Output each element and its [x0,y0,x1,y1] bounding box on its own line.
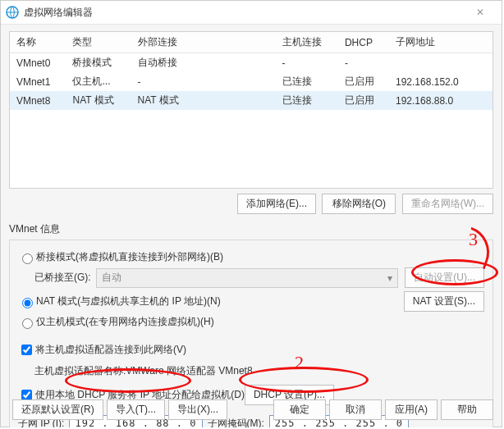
apply-button[interactable]: 应用(A) [385,399,438,420]
titlebar: 虚拟网络编辑器 ✕ [1,1,502,25]
col-name[interactable]: 名称 [10,32,66,53]
radio-bridge-label: 桥接模式(将虚拟机直接连接到外部网络)(B) [36,250,223,264]
adapter-name-label: 主机虚拟适配器名称: [34,364,126,378]
footer: 还原默认设置(R) 导入(T)... 导出(X)... 确定 取消 应用(A) … [1,393,502,427]
network-buttons: 添加网络(E)... 移除网络(O) 重命名网络(W)... [9,194,493,214]
remove-network-button[interactable]: 移除网络(O) [322,194,396,214]
table-header: 名称 类型 外部连接 主机连接 DHCP 子网地址 [10,32,493,53]
host-adapter-name-row: 主机虚拟适配器名称: VMWare 网络适配器 VMnet8 [34,364,484,378]
bridge-select: 自动▾ [96,268,399,288]
radio-bridge[interactable] [22,253,33,264]
add-network-button[interactable]: 添加网络(E)... [237,194,316,214]
globe-icon [6,6,19,19]
table-row[interactable]: VMnet8NAT 模式NAT 模式已连接已启用192.168.88.0 [10,91,493,110]
content: 名称 类型 外部连接 主机连接 DHCP 子网地址 VMnet0桥接模式自动桥接… [1,25,502,427]
window-title: 虚拟网络编辑器 [24,1,464,24]
radio-nat[interactable] [22,298,33,308]
window: 虚拟网络编辑器 ✕ 名称 类型 外部连接 主机连接 DHCP 子网地址 VMne… [0,0,502,427]
table-row[interactable]: VMnet1仅主机...-已连接已启用192.168.152.0 [10,72,493,91]
col-dhcp[interactable]: DHCP [338,32,389,53]
restore-defaults-button[interactable]: 还原默认设置(R) [12,399,103,420]
radio-hostonly-label: 仅主机模式(在专用网络内连接虚拟机)(H) [36,315,214,329]
nat-settings-button[interactable]: NAT 设置(S)... [404,291,484,312]
import-button[interactable]: 导入(T)... [107,399,165,420]
bridge-to-row: 已桥接至(G): 自动▾ 自动设置(U)... [34,267,484,288]
host-adapter-check-row[interactable]: 将主机虚拟适配器连接到此网络(V) [18,342,186,358]
export-button[interactable]: 导出(X)... [168,399,227,420]
bridge-to-label: 已桥接至(G): [34,271,91,285]
ok-button[interactable]: 确定 [273,399,326,420]
adapter-name-value: VMWare 网络适配器 VMnet8 [126,364,252,378]
col-type[interactable]: 类型 [66,32,131,53]
network-table: 名称 类型 外部连接 主机连接 DHCP 子网地址 VMnet0桥接模式自动桥接… [9,31,493,189]
radio-hostonly[interactable] [22,318,33,329]
col-host[interactable]: 主机连接 [276,32,338,53]
radio-bridge-row: 桥接模式(将虚拟机直接连接到外部网络)(B) [18,250,484,264]
table-row[interactable]: VMnet0桥接模式自动桥接-- [10,53,493,73]
auto-settings-button: 自动设置(U)... [405,267,484,288]
radio-nat-label: NAT 模式(与虚拟机共享主机的 IP 地址)(N) [36,294,397,308]
host-adapter-label: 将主机虚拟适配器连接到此网络(V) [35,343,186,357]
col-subnet[interactable]: 子网地址 [389,32,493,53]
radio-nat-row: NAT 模式(与虚拟机共享主机的 IP 地址)(N) NAT 设置(S)... [18,291,484,312]
col-ext[interactable]: 外部连接 [131,32,276,53]
host-adapter-checkbox[interactable] [21,345,32,355]
rename-network-button: 重命名网络(W)... [402,194,493,214]
help-button[interactable]: 帮助 [441,399,493,420]
radio-hostonly-row: 仅主机模式(在专用网络内连接虚拟机)(H) [18,315,484,329]
close-icon[interactable]: ✕ [464,1,497,24]
group-title: VMnet 信息 [9,222,493,236]
cancel-button[interactable]: 取消 [329,399,382,420]
